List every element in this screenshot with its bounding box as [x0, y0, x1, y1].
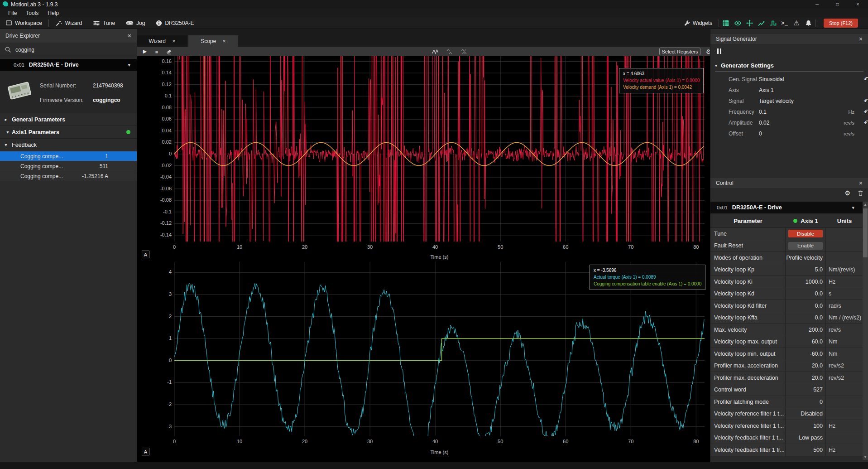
toolbar-dr3250a-e[interactable]: DR3250A-E [150, 17, 199, 29]
parameter-value[interactable]: Low pass [786, 432, 826, 444]
multi-trace-icon[interactable] [445, 48, 454, 55]
parameter-value[interactable]: Enable [786, 240, 826, 252]
tab-scope[interactable]: Scope× [188, 35, 238, 47]
parameter-name: Max. velocity [710, 324, 786, 336]
control-device-dropdown[interactable]: 0x01 DR3250A-E - Drive ▾ [710, 202, 863, 213]
field-value[interactable]: Axis 1 [759, 87, 774, 93]
search-input[interactable] [15, 47, 106, 53]
parameter-value[interactable]: 60.0 [786, 336, 826, 348]
parameter-value[interactable]: 200.0 [786, 324, 826, 336]
field-value[interactable]: Sinusoidal [759, 76, 784, 82]
parameter-row-velocity-loop-kd: Velocity loop Kd0.0s [710, 288, 863, 300]
stop-button[interactable]: Stop (F12) [824, 19, 858, 28]
parameter-value[interactable]: 500 [786, 444, 826, 456]
parameter-units: rev/s [826, 327, 863, 333]
field-value[interactable]: 0 [759, 131, 762, 137]
parameter-value[interactable]: Disabled [786, 408, 826, 420]
scope-trend-icon[interactable] [755, 18, 767, 28]
explorer-parameter-row[interactable]: Cogging compe...1 [0, 151, 137, 161]
y-tick-label: -0.12 [146, 220, 172, 226]
notifications-bell-icon[interactable] [802, 18, 814, 28]
line-interpolation-icon[interactable] [431, 48, 440, 55]
control-settings-gear-icon[interactable]: ⚙ [844, 190, 850, 196]
parameter-value[interactable]: 1000.0 [786, 276, 826, 288]
pause-button[interactable] [717, 47, 727, 55]
toolbar-wizard[interactable]: Wizard [50, 17, 87, 29]
tab-close-icon[interactable]: × [222, 38, 226, 44]
close-button[interactable]: × [848, 0, 868, 9]
device-id: 0x01 [717, 205, 728, 210]
toolbar-widgets[interactable]: Widgets [678, 20, 718, 26]
tab-wizard[interactable]: Wizard× [137, 35, 187, 47]
parameter-value[interactable]: 0.0 [786, 300, 826, 312]
autoscale-button[interactable]: A [142, 448, 149, 455]
section-axis1-parameters[interactable]: ▾Axis1 Parameters [0, 126, 137, 139]
scope-clear-eraser-icon[interactable] [164, 48, 173, 55]
parameter-value[interactable]: 20.0 [786, 360, 826, 372]
tab-close-icon[interactable]: × [172, 38, 176, 44]
x-tick-label: 30 [361, 244, 379, 250]
signal-generator-close-icon[interactable]: × [859, 35, 863, 43]
scrollbar-thumb[interactable] [863, 208, 868, 257]
autoscale-button[interactable]: A [142, 251, 149, 258]
generator-settings-section[interactable]: ▾ Generator Settings [715, 60, 863, 72]
undo-icon[interactable]: ↶ [863, 119, 868, 127]
drive-explorer-close-icon[interactable]: × [128, 32, 131, 39]
trash-icon[interactable] [858, 190, 863, 196]
menu-tools[interactable]: Tools [21, 10, 43, 16]
scope-play-button[interactable]: ▶ [140, 48, 149, 55]
toolbar-tune[interactable]: Tune [87, 17, 120, 29]
parameter-name: Profiler max. deceleration [710, 372, 786, 384]
maximize-button[interactable]: □ [827, 0, 848, 9]
parameter-value[interactable]: 20.0 [786, 372, 826, 384]
section-feedback[interactable]: ▾Feedback [0, 139, 137, 151]
section-general-parameters[interactable]: ▸General Parameters [0, 113, 137, 126]
explorer-parameter-row[interactable]: Cogging compe...-1.25216 A [0, 171, 137, 181]
disable-button[interactable]: Disable [788, 230, 823, 237]
control-close-icon[interactable]: × [859, 179, 863, 187]
menu-help[interactable]: Help [43, 10, 63, 16]
motion-move-icon[interactable] [743, 18, 755, 28]
field-value[interactable]: Target velocity [759, 98, 794, 104]
scroll-down-icon[interactable]: ▼ [863, 454, 868, 460]
field-value[interactable]: 0.02 [759, 120, 769, 126]
parameter-value[interactable]: 5.0 [786, 264, 826, 276]
scrollbar[interactable]: ▲ ▼ [863, 202, 868, 460]
field-value[interactable]: 0.1 [759, 109, 767, 115]
faults-warning-icon[interactable]: ⚠ [791, 18, 802, 28]
device-header[interactable]: 0x01 DR3250A-E - Drive ▾ [0, 59, 137, 71]
x-tick-label: 20 [296, 244, 314, 250]
parameter-value[interactable]: 0 [786, 396, 826, 408]
toolbar-jog[interactable]: Jog [120, 17, 150, 29]
gamepad-icon [126, 19, 134, 26]
minimize-button[interactable]: ─ [807, 0, 827, 9]
parameter-value[interactable]: 0.0 [786, 312, 826, 324]
scroll-up-icon[interactable]: ▲ [863, 202, 868, 208]
undo-icon[interactable]: ↶ [863, 75, 868, 83]
parameter-value[interactable]: 0.0 [786, 288, 826, 300]
column-axis1: Axis 1 [786, 218, 826, 224]
x-tick-label: 30 [361, 439, 379, 444]
parameter-value[interactable]: Profile velocity [786, 252, 826, 264]
enable-button[interactable]: Enable [788, 242, 823, 250]
undo-icon[interactable]: ↶ [863, 108, 868, 116]
x-tick-label: 70 [622, 244, 640, 250]
explorer-parameter-row[interactable]: Cogging compe...511 [0, 161, 137, 171]
split-trace-icon[interactable] [460, 48, 469, 55]
menu-file[interactable]: File [4, 10, 21, 16]
registers-table-icon[interactable] [720, 18, 732, 28]
parameter-value[interactable]: 527 [786, 384, 826, 396]
scope-stop-button[interactable]: ■ [152, 48, 161, 55]
terminal-icon[interactable]: >_ [779, 18, 791, 28]
y-tick-label: -3 [146, 424, 172, 429]
sg-field-amplitude: Amplitude0.02rev/s↶ [710, 118, 868, 129]
parameter-value[interactable]: 100 [786, 420, 826, 432]
toolbar-workspace[interactable]: Workspace [0, 17, 48, 29]
parameter-value[interactable]: Disable [786, 228, 826, 240]
watch-eye-icon[interactable] [732, 18, 743, 28]
sg-field-axis: AxisAxis 1 [710, 85, 868, 96]
select-registers-button[interactable]: Select Registers [659, 48, 700, 55]
parameter-value[interactable]: -60.0 [786, 348, 826, 360]
undo-icon[interactable]: ↶ [863, 97, 868, 105]
step-response-icon[interactable] [767, 18, 779, 28]
